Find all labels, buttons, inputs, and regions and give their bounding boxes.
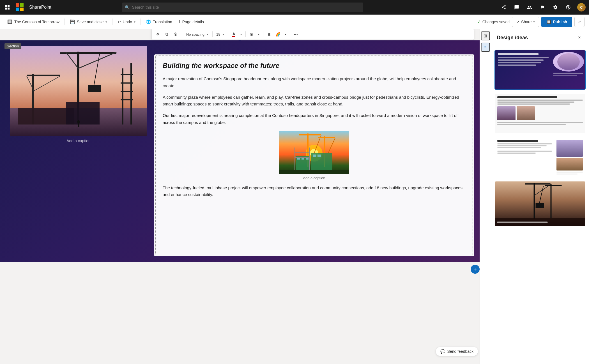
- help-icon[interactable]: [564, 3, 572, 11]
- people-icon[interactable]: [526, 3, 533, 11]
- svg-rect-25: [121, 74, 133, 75]
- svg-rect-2: [5, 8, 7, 10]
- share-icon-small: ↗: [516, 20, 519, 24]
- save-icon: 💾: [70, 19, 75, 24]
- design-card-2[interactable]: [494, 93, 586, 134]
- design-card-3[interactable]: [494, 137, 586, 178]
- text-editor-toolbar: ✥ ⧉ 🗑 No spacing 18 A: [151, 29, 474, 40]
- design-card-4-preview: [495, 181, 585, 226]
- design-ideas-icon-button[interactable]: ≡: [481, 43, 490, 52]
- main-area: + Section: [0, 29, 589, 364]
- inline-image: [279, 131, 349, 174]
- panel-icons-strip: ⊞ ≡: [480, 29, 491, 364]
- design-card-1[interactable]: [494, 50, 586, 90]
- page-title-button[interactable]: 🔲 The Contoso of Tomorrow: [4, 17, 62, 27]
- ellipsis-icon: •••: [294, 32, 298, 36]
- publish-button[interactable]: 🔲 Publish: [541, 17, 572, 27]
- tb-divider-5: [263, 31, 263, 37]
- app-name: SharePoint: [29, 5, 51, 10]
- undo-icon: ↩: [118, 19, 121, 24]
- search-bar[interactable]: 🔍: [122, 3, 363, 12]
- save-close-button[interactable]: 💾 Save and close ▾: [67, 17, 110, 27]
- svg-rect-59: [536, 203, 544, 208]
- share-icon[interactable]: [500, 3, 508, 11]
- svg-rect-56: [551, 184, 552, 218]
- divider-3: [141, 19, 141, 25]
- add-section-bottom-button[interactable]: +: [471, 265, 480, 274]
- collapse-button[interactable]: ⤢: [574, 17, 585, 27]
- move-icon[interactable]: ✥: [154, 30, 162, 38]
- page-details-button[interactable]: ℹ Page details: [176, 17, 207, 27]
- rainbow-chevron[interactable]: ▾: [283, 30, 288, 38]
- canvas-area: + Section: [0, 29, 480, 364]
- svg-rect-7: [20, 8, 24, 11]
- rainbow-button[interactable]: 🌈: [274, 30, 282, 38]
- font-color-icon: A: [232, 32, 235, 37]
- page-section: Add a caption ✥ ⧉ 🗑 No spacing: [0, 40, 480, 262]
- publish-label: Publish: [553, 20, 567, 24]
- svg-rect-26: [121, 82, 133, 84]
- style-label: No spacing: [186, 32, 204, 36]
- design-panel-header: Design ideas ×: [491, 29, 589, 46]
- send-feedback-button[interactable]: 💬 Send feedback: [436, 347, 478, 356]
- undo-button[interactable]: ↩ Undo ▾: [115, 17, 138, 27]
- size-dropdown[interactable]: 18: [215, 30, 226, 38]
- article-para3: Our first major redevelopment is nearing…: [163, 112, 466, 126]
- save-close-chevron[interactable]: ▾: [105, 20, 107, 24]
- bold-button[interactable]: B: [265, 30, 273, 38]
- left-image-caption[interactable]: Add a caption: [66, 139, 91, 143]
- details-icon: ℹ: [179, 19, 181, 24]
- font-color-button[interactable]: A: [230, 30, 238, 38]
- settings-icon[interactable]: [551, 3, 559, 11]
- page-details-label: Page details: [182, 20, 204, 24]
- save-close-label: Save and close: [77, 20, 104, 24]
- design-card-4[interactable]: [494, 181, 586, 227]
- layout-icon-button[interactable]: ⊞: [481, 31, 490, 40]
- inline-image-caption[interactable]: Add a caption: [303, 176, 325, 180]
- more-options-button[interactable]: •••: [292, 30, 300, 38]
- article-title: Building the workspace of the future: [163, 61, 466, 70]
- copy-icon[interactable]: ⧉: [163, 30, 171, 38]
- avatar[interactable]: C: [577, 3, 586, 11]
- canvas-scroll[interactable]: + Section: [0, 29, 480, 364]
- translation-label: Translation: [153, 20, 172, 24]
- tb-divider-1: [182, 31, 182, 37]
- highlight-button[interactable]: ▣: [248, 30, 256, 38]
- flag-icon[interactable]: [539, 3, 546, 11]
- text-content-area[interactable]: Building the workspace of the future A m…: [154, 54, 474, 256]
- divider-2: [112, 19, 112, 25]
- inline-image-container: Add a caption: [163, 131, 466, 180]
- svg-rect-57: [545, 185, 562, 186]
- undo-chevron[interactable]: ▾: [134, 20, 135, 24]
- svg-rect-23: [122, 68, 123, 125]
- svg-rect-4: [16, 3, 19, 7]
- close-panel-button[interactable]: ×: [576, 34, 583, 42]
- design-ideas-list[interactable]: [491, 46, 589, 364]
- share-button[interactable]: ↗ Share ▾: [512, 17, 539, 27]
- svg-rect-24: [130, 63, 132, 125]
- chat-icon[interactable]: [513, 3, 521, 11]
- search-input[interactable]: [122, 3, 363, 12]
- svg-rect-54: [525, 183, 551, 185]
- feedback-icon: 💬: [440, 349, 445, 354]
- design-card-2-preview: [495, 94, 585, 133]
- share-chevron[interactable]: ▾: [533, 20, 535, 24]
- svg-rect-35: [299, 134, 321, 135]
- translation-button[interactable]: 🌐 Translation: [143, 17, 175, 27]
- left-image: [10, 46, 147, 136]
- highlight-chevron[interactable]: ▾: [257, 30, 261, 38]
- svg-rect-30: [78, 123, 79, 127]
- style-dropdown[interactable]: No spacing: [184, 30, 210, 38]
- delete-icon[interactable]: 🗑: [172, 30, 180, 38]
- svg-rect-18: [27, 75, 60, 76]
- tb-divider-4: [245, 31, 246, 37]
- color-chevron[interactable]: ▾: [239, 30, 243, 38]
- share-label: Share: [521, 20, 532, 24]
- nav-right-icons: C: [500, 3, 586, 11]
- svg-rect-12: [60, 52, 77, 53]
- checkmark-icon: ✓: [477, 19, 481, 24]
- svg-rect-51: [279, 170, 349, 174]
- grid-icon[interactable]: [3, 3, 11, 11]
- top-navigation: SharePoint 🔍 C: [0, 0, 589, 15]
- svg-point-29: [77, 120, 80, 123]
